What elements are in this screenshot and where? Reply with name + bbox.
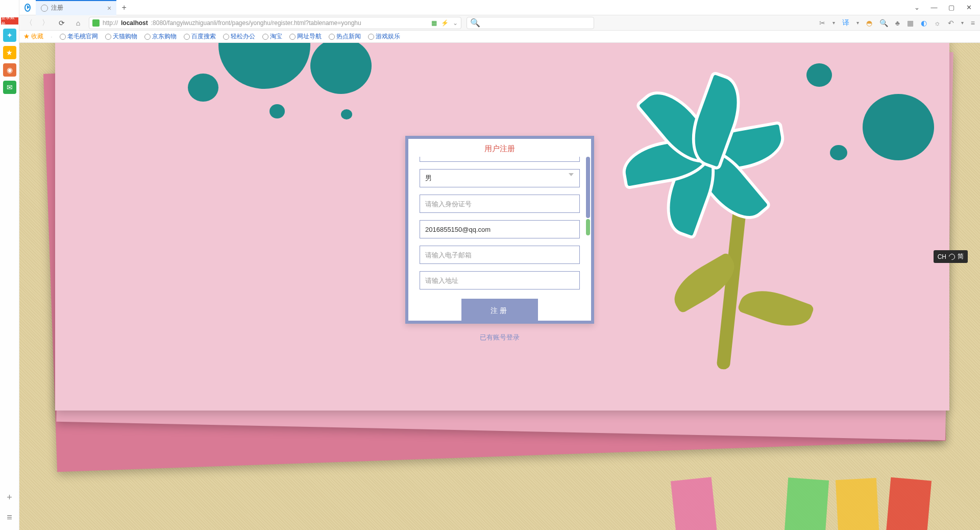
shield-icon	[92, 19, 100, 27]
translate-icon[interactable]: 译	[842, 18, 849, 28]
close-icon[interactable]: ×	[107, 4, 111, 12]
globe-icon	[41, 5, 48, 12]
sticky-tab-icon	[784, 477, 829, 530]
nav-reload-icon[interactable]: ⟳	[56, 17, 67, 29]
register-card: 用户注册 注册	[405, 136, 594, 324]
sidebar-icon-share[interactable]: ✦	[3, 29, 16, 42]
flower-illustration	[623, 53, 857, 339]
bookmark-link[interactable]: 老毛桃官网	[60, 32, 98, 41]
nav-forward-icon[interactable]: 〉	[40, 17, 51, 29]
clipped-field-bottom[interactable]	[420, 157, 580, 162]
ime-lang: CH	[938, 253, 946, 260]
globe-icon	[105, 34, 111, 40]
bookmark-link[interactable]: 天猫购物	[105, 32, 137, 41]
grid-icon[interactable]: ▦	[907, 19, 914, 27]
qr-icon[interactable]: ▦	[431, 19, 437, 27]
bookmark-link[interactable]: 轻松办公	[223, 32, 255, 41]
url-rest: :8080/fangyiwuzhiguanli/front/pages/yong…	[151, 19, 361, 27]
globe-icon	[184, 34, 190, 40]
favorites-star-icon[interactable]: ★ 收藏	[23, 32, 43, 41]
ime-mode: 简	[958, 252, 964, 261]
address-input[interactable]	[420, 271, 580, 290]
sun-icon[interactable]: ☼	[934, 19, 941, 27]
login-link[interactable]: 已有账号登录	[480, 333, 520, 342]
sidebar-add-icon[interactable]: +	[7, 492, 12, 503]
scissors-icon[interactable]: ✂	[819, 19, 825, 27]
win-min-icon[interactable]: —	[930, 4, 938, 11]
ink-splash-icon	[863, 94, 934, 160]
nav-back-icon[interactable]: 〈	[23, 17, 35, 29]
url-prefix: http://	[103, 19, 118, 27]
bookmark-link[interactable]: 京东购物	[144, 32, 177, 41]
email-input[interactable]	[420, 246, 580, 264]
sticky-tab-icon	[671, 477, 718, 530]
nav-home-icon[interactable]: ⌂	[72, 17, 84, 29]
url-input[interactable]: http://localhost:8080/fangyiwuzhiguanli/…	[89, 17, 461, 29]
ink-splash-icon	[218, 43, 310, 89]
app-sidebar: 登录账号 ✦ ★ ◉ ✉ + ≡	[0, 0, 19, 530]
undo-icon[interactable]: ↶	[948, 19, 954, 27]
sticky-tab-icon	[886, 477, 932, 530]
win-pin-icon[interactable]: ⌄	[913, 4, 921, 11]
menu-icon[interactable]: ≡	[971, 19, 975, 27]
puzzle-icon[interactable]: ♣	[895, 19, 900, 27]
url-host: localhost	[121, 19, 148, 27]
titlebar: 注册 × + ⌄ — ▢ ✕	[0, 0, 980, 15]
flash-icon[interactable]: ⚡	[441, 19, 449, 27]
moon-icon	[948, 252, 957, 261]
shield2-icon[interactable]: ◓	[866, 19, 872, 27]
tab-blank[interactable]	[19, 0, 36, 15]
search-input[interactable]: 🔍	[467, 17, 594, 29]
ime-indicator[interactable]: CH 简	[934, 250, 968, 263]
card-scrollbar[interactable]	[586, 157, 590, 321]
search-icon: 🔍	[470, 18, 480, 28]
globe-icon	[144, 34, 151, 40]
idcard-input[interactable]	[420, 195, 580, 213]
globe-icon	[368, 34, 374, 40]
bookmark-link[interactable]: 网址导航	[289, 32, 322, 41]
gender-select[interactable]	[420, 169, 580, 187]
globe2-icon[interactable]: ◐	[921, 19, 927, 27]
globe-icon	[262, 34, 268, 40]
page-viewport: 用户注册 注册 已有账号登录 CH 简	[19, 43, 980, 530]
sidebar-icon-mail[interactable]: ✉	[3, 81, 16, 94]
bookmark-link[interactable]: 百度搜索	[184, 32, 216, 41]
bookmark-link[interactable]: 游戏娱乐	[368, 32, 400, 41]
scroll-thumb[interactable]	[586, 157, 590, 218]
ink-splash-icon	[270, 104, 285, 118]
globe-icon	[223, 34, 229, 40]
new-tab-button[interactable]: +	[116, 3, 132, 12]
phone-input[interactable]	[420, 220, 580, 238]
ink-splash-icon	[188, 74, 218, 102]
bookmark-link[interactable]: 热点新闻	[329, 32, 361, 41]
search2-icon[interactable]: 🔍	[879, 19, 888, 27]
ink-splash-icon	[310, 43, 372, 94]
scroll-thumb-alt[interactable]	[586, 219, 590, 235]
sidebar-icon-star[interactable]: ★	[3, 46, 16, 59]
bookmark-link[interactable]: 淘宝	[262, 32, 282, 41]
win-max-icon[interactable]: ▢	[947, 4, 955, 11]
globe-icon	[329, 34, 335, 40]
tab-title: 注册	[51, 4, 63, 12]
win-close-icon[interactable]: ✕	[965, 4, 973, 11]
sidebar-menu-icon[interactable]: ≡	[7, 512, 12, 523]
register-button[interactable]: 注册	[461, 299, 538, 321]
login-badge[interactable]: 登录账号	[1, 17, 18, 25]
ink-splash-icon	[341, 109, 352, 119]
globe-icon	[60, 34, 66, 40]
sticky-tab-icon	[836, 478, 879, 530]
sidebar-icon-weibo[interactable]: ◉	[3, 63, 16, 77]
tab-register[interactable]: 注册 ×	[36, 0, 116, 15]
url-bar-row: 〈 〉 ⟳ ⌂ http://localhost:8080/fangyiwuzh…	[0, 15, 980, 31]
bookmarks-bar: ★ 收藏 · 老毛桃官网 天猫购物 京东购物 百度搜索 轻松办公 淘宝 网址导航…	[0, 31, 980, 43]
chevron-down-icon[interactable]: ⌄	[453, 19, 458, 27]
register-title: 用户注册	[408, 139, 591, 157]
globe-icon	[289, 34, 296, 40]
